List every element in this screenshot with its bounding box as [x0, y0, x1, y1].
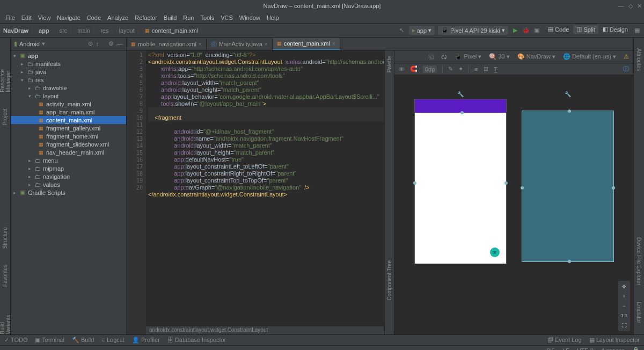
align-icon[interactable]: ≡: [474, 66, 478, 72]
tree-java[interactable]: ▸🗀java: [11, 68, 126, 76]
mode-split[interactable]: ◫ Split: [573, 25, 598, 34]
close-icon[interactable]: ×: [265, 41, 268, 47]
tree-file-app-bar-main[interactable]: ▦app_bar_main.xml: [11, 108, 126, 116]
close-icon[interactable]: ✕: [637, 3, 642, 10]
menu-analyze[interactable]: Analyze: [104, 14, 131, 21]
hide-icon[interactable]: —: [117, 40, 123, 47]
pan-icon[interactable]: ✥: [620, 283, 628, 290]
bottom-layout-inspector[interactable]: ▦ Layout Inspector: [589, 337, 640, 344]
bottom-todo[interactable]: ✓ TODO: [4, 337, 27, 344]
tree-menu[interactable]: ▸🗀menu: [11, 156, 126, 164]
tab-main-activity[interactable]: ⓒMainActivity.java×: [207, 38, 273, 50]
blueprint-preview[interactable]: [522, 111, 613, 261]
orientation-icon[interactable]: 🗘: [441, 54, 447, 60]
device-preview[interactable]: ✉: [415, 99, 506, 264]
select-mode-icon[interactable]: ◱: [428, 53, 434, 60]
view-options-icon[interactable]: 👁: [399, 66, 405, 72]
tree-gradle[interactable]: ▸▣Gradle Scripts: [11, 188, 126, 196]
tree-layout[interactable]: ▾🗀layout: [11, 92, 126, 100]
menu-run[interactable]: Run: [180, 14, 197, 21]
run-config-selector[interactable]: ▸app▾: [409, 26, 435, 35]
code-editor[interactable]: 1234567891011121314151617181920 <?xml ve…: [127, 50, 384, 334]
select-opened-icon[interactable]: ⊙: [88, 40, 93, 47]
settings-icon[interactable]: ▦: [633, 27, 641, 34]
menu-build[interactable]: Build: [160, 14, 180, 21]
crumb-res[interactable]: res: [100, 27, 108, 34]
rail-emulator[interactable]: Emulator: [636, 302, 642, 323]
rail-build-variants[interactable]: Build Variants: [0, 303, 11, 334]
code-body[interactable]: <?xml version="1.0" encoding="utf-8"?> <…: [146, 50, 384, 334]
clear-constraints-icon[interactable]: ✎: [448, 65, 453, 72]
crumb-file[interactable]: content_main.xml: [152, 27, 198, 34]
tree-manifests[interactable]: ▸🗀manifests: [11, 60, 126, 68]
rail-structure[interactable]: Structure: [2, 227, 8, 249]
back-icon[interactable]: ↖: [398, 27, 406, 34]
rail-component-tree[interactable]: Component Tree: [386, 260, 392, 301]
rail-favorites[interactable]: Favorites: [2, 265, 8, 287]
zoom-fit-icon[interactable]: 1:1: [620, 312, 628, 319]
guidelines-icon[interactable]: ⊞: [484, 65, 488, 72]
api-picker[interactable]: 🍭 30 ▾: [489, 53, 509, 60]
status-lock-icon[interactable]: 🔒: [632, 347, 640, 350]
zoom-reset-icon[interactable]: ⛶: [620, 322, 628, 329]
mode-design[interactable]: ◧ Design: [599, 25, 631, 34]
crumb-layout[interactable]: layout: [119, 27, 134, 34]
bottom-db[interactable]: 🗄 Database Inspector: [167, 337, 226, 344]
minimize-icon[interactable]: —: [618, 3, 624, 10]
project-tree[interactable]: ▾▣app ▸🗀manifests ▸🗀java ▾🗀res ▸🗀drawabl…: [11, 50, 126, 334]
rail-device-file-explorer[interactable]: Device File Explorer: [636, 237, 642, 285]
bottom-build[interactable]: 🔨 Build: [72, 337, 94, 344]
default-margin[interactable]: 0dp: [423, 65, 437, 73]
design-canvas[interactable]: 🔧 ✉ 🔧: [394, 75, 633, 334]
project-view-selector[interactable]: ▮Android▾: [14, 40, 45, 47]
rail-attributes[interactable]: Attributes: [636, 48, 642, 71]
bottom-profiler[interactable]: 👤 Profiler: [132, 337, 160, 344]
close-icon[interactable]: ×: [199, 41, 202, 47]
magnet-icon[interactable]: 🧲: [410, 65, 418, 72]
menu-tools[interactable]: Tools: [197, 14, 217, 21]
infer-constraints-icon[interactable]: ✦: [458, 65, 463, 72]
status-encoding[interactable]: UTF-8: [577, 347, 594, 351]
menu-view[interactable]: View: [35, 14, 54, 21]
baseline-icon[interactable]: T: [494, 66, 497, 72]
debug-icon[interactable]: 🐞: [522, 27, 530, 34]
menu-code[interactable]: Code: [84, 14, 104, 21]
tree-res[interactable]: ▾🗀res: [11, 76, 126, 84]
tree-drawable[interactable]: ▸🗀drawable: [11, 84, 126, 92]
close-icon[interactable]: ×: [332, 41, 335, 47]
tab-mobile-navigation[interactable]: ▦mobile_navigation.xml×: [127, 38, 207, 50]
menu-refactor[interactable]: Refactor: [131, 14, 160, 21]
info-icon[interactable]: ⓘ: [623, 65, 629, 73]
tree-file-content-main[interactable]: ▦content_main.xml: [11, 116, 126, 124]
status-cursor-pos[interactable]: 9:5: [547, 347, 555, 351]
tree-values[interactable]: ▸🗀values: [11, 180, 126, 188]
crumb-module[interactable]: app: [39, 27, 49, 34]
menu-window[interactable]: Window: [236, 14, 264, 21]
gear-icon[interactable]: ⚙: [108, 40, 114, 47]
maximize-icon[interactable]: ◇: [628, 3, 633, 10]
tree-navigation[interactable]: ▸🗀navigation: [11, 172, 126, 180]
tree-file-fragment-slideshow[interactable]: ▦fragment_slideshow.xml: [11, 140, 126, 148]
tree-file-nav-header-main[interactable]: ▦nav_header_main.xml: [11, 148, 126, 156]
crumb-src[interactable]: src: [60, 27, 68, 34]
run-icon[interactable]: ▶: [511, 27, 519, 34]
locale-picker[interactable]: 🌐 Default (en-us) ▾: [563, 53, 616, 60]
crumb-project[interactable]: NavDraw: [3, 27, 28, 34]
mode-code[interactable]: ▤ Code: [545, 25, 572, 34]
expand-all-icon[interactable]: ↕: [96, 40, 99, 47]
rail-palette[interactable]: Palette: [386, 56, 392, 72]
tree-file-fragment-gallery[interactable]: ▦fragment_gallery.xml: [11, 124, 126, 132]
tab-content-main[interactable]: ▦content_main.xml×: [273, 38, 340, 50]
bottom-event-log[interactable]: 🗐 Event Log: [547, 337, 582, 344]
tree-file-fragment-home[interactable]: ▦fragment_home.xml: [11, 132, 126, 140]
device-picker[interactable]: 📱 Pixel ▾: [455, 53, 481, 60]
wrench-icon[interactable]: 🔧: [522, 91, 613, 97]
rail-resource-manager[interactable]: Resource Manager: [0, 48, 11, 92]
crumb-main[interactable]: main: [77, 27, 90, 34]
wrench-icon[interactable]: 🔧: [415, 91, 506, 97]
menu-help[interactable]: Help: [264, 14, 282, 21]
tree-app[interactable]: ▾▣app: [11, 52, 126, 60]
rail-project[interactable]: Project: [2, 108, 8, 125]
tree-mipmap[interactable]: ▸🗀mipmap: [11, 164, 126, 172]
menu-navigate[interactable]: Navigate: [54, 14, 83, 21]
